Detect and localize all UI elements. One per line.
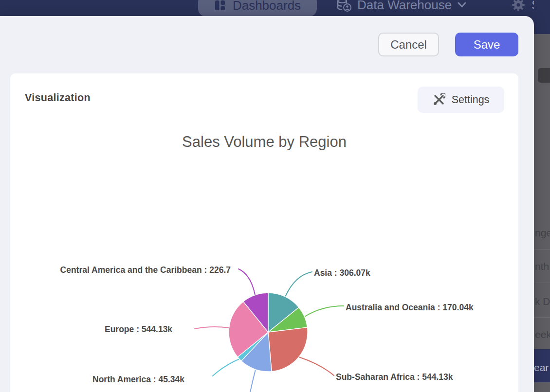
pie-leader-line — [195, 327, 229, 329]
pie-label-central-america: Central America and the Caribbean : 226.… — [60, 265, 231, 275]
pie-label-sub-saharan-africa: Sub-Saharan Africa : 544.13k — [336, 372, 453, 382]
cancel-button[interactable]: Cancel — [378, 33, 439, 56]
background-dropdown-selected-label: ear — [534, 362, 549, 374]
dimmed-background-strip: nge nth k D eek ear — [534, 0, 550, 392]
pie-label-north-america: North America : 45.34k — [92, 374, 184, 385]
pie-leader-line — [305, 306, 344, 317]
background-dropdown-item: nth — [535, 261, 550, 272]
pie-label-europe: Europe : 544.13k — [105, 324, 172, 335]
gear-icon — [511, 0, 526, 12]
pie-leader-line — [238, 269, 255, 295]
pie-slice[interactable] — [268, 327, 308, 372]
nav-menu-data-warehouse[interactable]: Data Warehouse — [337, 0, 466, 15]
divider — [534, 317, 550, 318]
visualization-card: Visualization Settings Sales Volume by R… — [10, 73, 518, 392]
pie-chart[interactable] — [10, 73, 518, 392]
dimmed-topbar-fragment — [534, 0, 550, 34]
nav-menu-data-warehouse-label: Data Warehouse — [357, 0, 452, 13]
dashboard-icon — [214, 0, 226, 11]
pie-leader-line — [299, 357, 334, 375]
background-dropdown-item: nge — [535, 227, 550, 239]
background-dropdown-item: eek — [535, 329, 550, 340]
pie-label-asia: Asia : 306.07k — [314, 268, 370, 278]
pie-leader-line — [213, 359, 239, 376]
nav-tab-dashboards[interactable]: Dashboards — [198, 0, 317, 17]
edit-visualization-modal: Cancel Save Visualization Settings Sales… — [0, 16, 534, 392]
pie-label-australia-oceania: Australia and Oceania : 170.04k — [346, 303, 474, 313]
pie-leader-line — [285, 272, 312, 297]
database-icon — [337, 0, 351, 12]
divider — [534, 283, 550, 283]
background-dropdown-item: k D — [535, 296, 550, 307]
nav-tab-dashboards-label: Dashboards — [233, 0, 301, 13]
background-dropdown-item-selected: ear — [534, 349, 550, 382]
dimmed-button-fragment — [538, 68, 550, 83]
pie-leader-line — [250, 370, 256, 392]
divider — [534, 249, 550, 249]
chevron-down-icon — [458, 2, 466, 8]
save-button[interactable]: Save — [455, 33, 518, 56]
